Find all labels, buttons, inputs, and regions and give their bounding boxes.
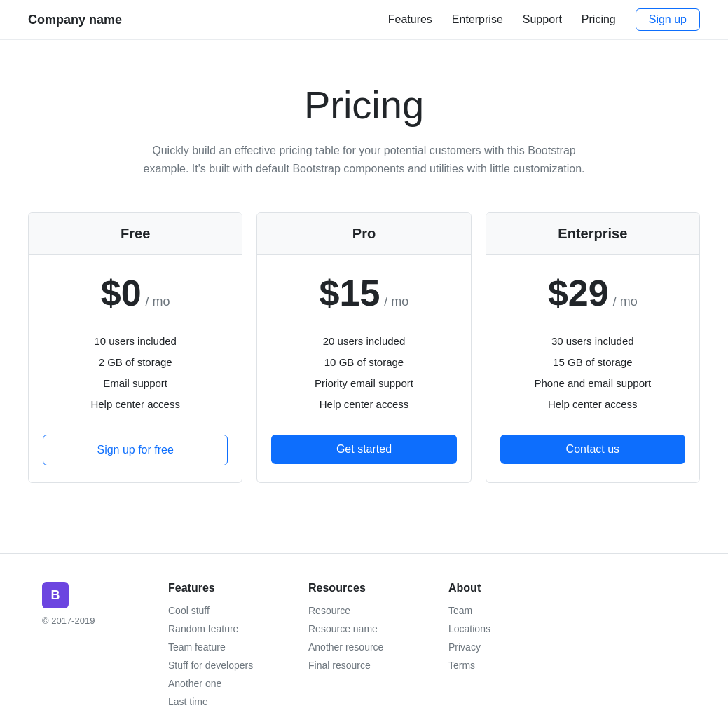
plan-pro-price: $15 [320,272,380,314]
plan-enterprise-body: $29 / mo 30 users included 15 GB of stor… [486,255,699,481]
footer-link[interactable]: Last time [168,696,208,707]
list-item: Help center access [534,394,651,415]
footer-resources-section: Resources Resource Resource name Another… [308,582,406,714]
footer-link[interactable]: Stuff for developers [168,660,253,671]
list-item: 10 users included [90,331,180,352]
footer-link[interactable]: Privacy [448,641,481,653]
nav-link-pricing[interactable]: Pricing [582,13,616,25]
footer-logo: B [42,582,69,608]
plan-free-price: $0 [101,272,142,314]
footer-features-section: Features Cool stuff Random feature Team … [168,582,266,714]
plan-free-period: / mo [146,294,170,309]
footer-about-list: Team Locations Privacy Terms [448,604,547,672]
plan-enterprise-period: / mo [613,294,638,309]
list-item: 10 GB of storage [315,352,413,373]
navbar-links: Features Enterprise Support Pricing Sign… [388,8,700,31]
footer-link[interactable]: Team feature [168,641,226,653]
footer-link[interactable]: Resource name [308,623,378,634]
plan-free-price-display: $0 / mo [101,272,170,314]
list-item: 30 users included [534,331,651,352]
plan-enterprise-card: Enterprise $29 / mo 30 users included 15… [486,212,700,483]
plan-pro-price-display: $15 / mo [320,272,409,314]
footer-brand: B © 2017-2019 [42,582,126,714]
navbar: Company name Features Enterprise Support… [0,0,728,40]
footer-about-heading: About [448,582,547,594]
list-item: 15 GB of storage [534,352,651,373]
list-item: Priority email support [315,373,413,394]
footer-link[interactable]: Resource [308,605,350,616]
plan-free-features: 10 users included 2 GB of storage Email … [90,331,180,415]
footer-link[interactable]: Random feature [168,623,238,634]
nav-link-enterprise[interactable]: Enterprise [452,13,503,25]
list-item: 20 users included [315,331,413,352]
plan-free-card: Free $0 / mo 10 users included 2 GB of s… [28,212,242,483]
navbar-brand[interactable]: Company name [28,13,122,27]
footer-link[interactable]: Locations [448,623,490,634]
footer-link[interactable]: Cool stuff [168,605,210,616]
footer-features-list: Cool stuff Random feature Team feature S… [168,604,266,708]
list-item: Phone and email support [534,373,651,394]
plan-pro-period: / mo [384,294,408,309]
footer: B © 2017-2019 Features Cool stuff Random… [0,553,728,722]
plan-free-header: Free [29,213,242,255]
nav-link-features[interactable]: Features [388,13,432,25]
footer-link[interactable]: Team [448,605,472,616]
list-item: Help center access [315,394,413,415]
plan-enterprise-price-display: $29 / mo [548,272,638,314]
pricing-description: Quickly build an effective pricing table… [140,142,589,177]
footer-link[interactable]: Terms [448,660,475,671]
list-item: 2 GB of storage [90,352,180,373]
footer-inner: B © 2017-2019 Features Cool stuff Random… [42,582,686,714]
pricing-title: Pricing [28,82,700,128]
footer-features-heading: Features [168,582,266,594]
footer-link[interactable]: Another resource [308,641,383,653]
footer-link[interactable]: Another one [168,678,221,689]
plan-pro-body: $15 / mo 20 users included 10 GB of stor… [257,255,470,481]
plan-free-body: $0 / mo 10 users included 2 GB of storag… [29,255,242,482]
plan-enterprise-features: 30 users included 15 GB of storage Phone… [534,331,651,415]
footer-resources-heading: Resources [308,582,406,594]
plan-pro-features: 20 users included 10 GB of storage Prior… [315,331,413,415]
footer-copyright: © 2017-2019 [42,615,126,626]
plan-enterprise-price: $29 [548,272,609,314]
plan-pro-cta-button[interactable]: Get started [271,435,456,464]
footer-about-section: About Team Locations Privacy Terms [448,582,547,714]
footer-resources-list: Resource Resource name Another resource … [308,604,406,672]
plan-enterprise-header: Enterprise [486,213,699,255]
plan-free-cta-button[interactable]: Sign up for free [43,435,228,465]
signup-button[interactable]: Sign up [636,8,700,31]
list-item: Help center access [90,394,180,415]
plan-pro-card: Pro $15 / mo 20 users included 10 GB of … [256,212,471,483]
plan-enterprise-cta-button[interactable]: Contact us [500,435,685,464]
pricing-section: Pricing Quickly build an effective prici… [0,40,728,511]
footer-link[interactable]: Final resource [308,660,371,671]
list-item: Email support [90,373,180,394]
pricing-cards: Free $0 / mo 10 users included 2 GB of s… [28,212,700,483]
nav-link-support[interactable]: Support [523,13,562,25]
plan-pro-header: Pro [257,213,470,255]
